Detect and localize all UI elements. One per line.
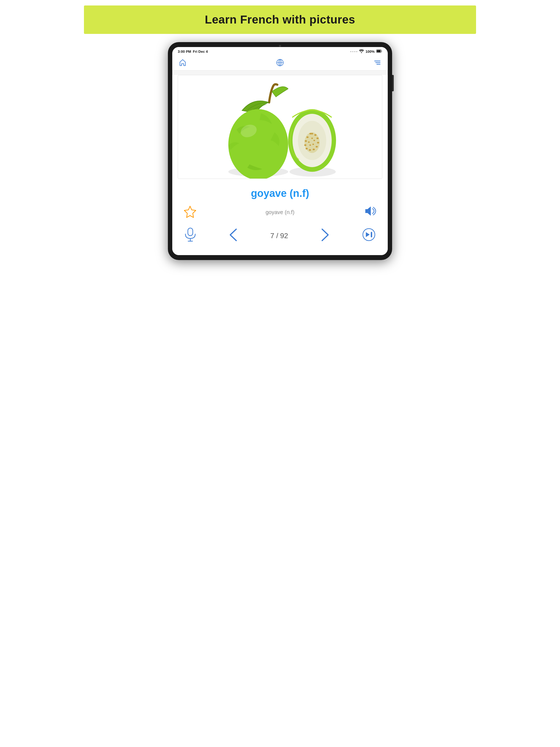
svg-point-19 — [314, 134, 316, 136]
menu-icon[interactable] — [374, 59, 381, 68]
svg-rect-39 — [371, 232, 372, 237]
svg-point-26 — [304, 145, 307, 146]
french-word: goyave (n.f) — [178, 183, 382, 202]
status-time: 3:00 PM — [178, 50, 191, 54]
side-button — [392, 75, 394, 91]
svg-point-27 — [305, 140, 307, 142]
svg-point-20 — [316, 137, 319, 139]
svg-point-28 — [306, 136, 308, 138]
status-date: Fri Dec 4 — [193, 50, 208, 54]
svg-point-31 — [313, 140, 315, 141]
tablet-screen: 3:00 PM Fri Dec 4 · · · · 100% — [172, 47, 388, 255]
tablet-frame: 3:00 PM Fri Dec 4 · · · · 100% — [168, 42, 392, 260]
guava-illustration — [178, 75, 382, 179]
next-button[interactable] — [321, 228, 330, 243]
wifi-icon — [359, 49, 364, 54]
skip-button[interactable] — [362, 228, 376, 244]
microphone-button[interactable] — [184, 228, 196, 244]
battery-icon — [376, 50, 382, 54]
svg-point-30 — [311, 137, 313, 139]
status-left: 3:00 PM Fri Dec 4 — [178, 50, 208, 54]
svg-point-21 — [317, 142, 319, 144]
svg-point-25 — [306, 148, 308, 150]
nav-bar — [172, 56, 388, 71]
speaker-button[interactable] — [363, 204, 377, 221]
battery-level: 100% — [365, 50, 375, 54]
svg-rect-1 — [377, 50, 381, 52]
word-romanization: goyave (n.f) — [197, 209, 363, 215]
svg-point-23 — [312, 149, 315, 150]
controls-row: goyave (n.f) — [178, 202, 382, 223]
app-banner: Learn French with pictures — [84, 5, 476, 34]
svg-point-32 — [312, 144, 314, 145]
svg-rect-35 — [188, 228, 193, 236]
status-bar: 3:00 PM Fri Dec 4 · · · · 100% — [172, 47, 388, 56]
main-content: goyave (n.f) goyave (n.f) — [172, 75, 388, 255]
status-dots: · · · · — [350, 50, 357, 54]
status-right: · · · · 100% — [350, 49, 382, 54]
svg-point-34 — [308, 141, 309, 143]
page-counter: 7 / 92 — [270, 232, 288, 240]
fruit-image-container — [178, 75, 382, 179]
bottom-nav: 7 / 92 — [178, 223, 382, 250]
favorite-button[interactable] — [183, 205, 197, 220]
svg-point-29 — [309, 133, 311, 134]
grid-icon[interactable] — [276, 59, 284, 68]
home-icon[interactable] — [179, 59, 186, 68]
svg-point-33 — [309, 145, 311, 146]
svg-point-22 — [315, 146, 318, 148]
prev-button[interactable] — [229, 228, 238, 243]
banner-title: Learn French with pictures — [205, 13, 355, 26]
svg-point-24 — [309, 149, 311, 151]
